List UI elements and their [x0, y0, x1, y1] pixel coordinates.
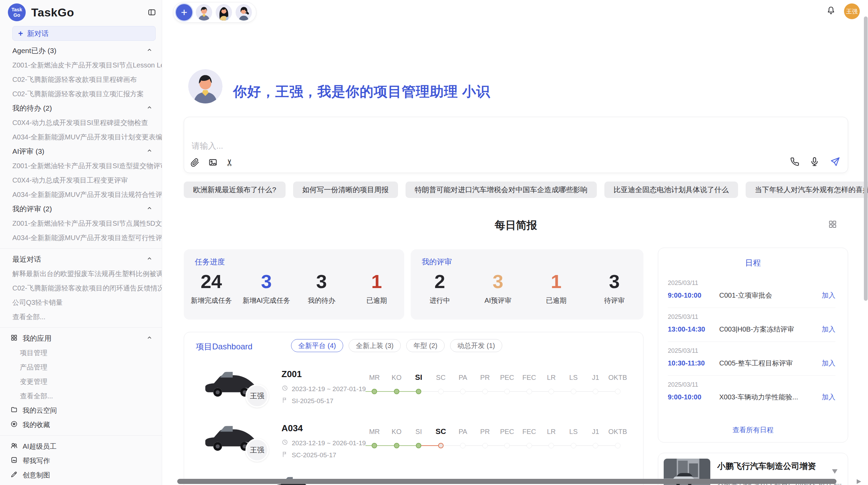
user-avatar[interactable]: 王强: [844, 3, 860, 19]
schedule-item[interactable]: 2025/03/11 10:30-11:30 C005-整车工程目标评审 加入: [668, 342, 835, 376]
project-row-z001[interactable]: 王强 Z001 2023-12-19 ~ 2027-01-19 SI-2025-…: [184, 362, 643, 416]
member-avatar-3[interactable]: [236, 4, 252, 21]
list-item[interactable]: C02-飞腾新能源轻客改款项目里程碑画布: [0, 72, 162, 87]
recent-chat-item[interactable]: C02-飞腾新能源轻客改款项目的闭环通告反馈情况: [0, 281, 162, 295]
milestone-dot-future: [460, 443, 466, 448]
view-all-chats[interactable]: 查看全部...: [0, 310, 162, 324]
list-item[interactable]: Z001-全新燃油轻卡产品开发项目SI节点属性5D文件评审: [0, 216, 162, 231]
list-item[interactable]: A034-全新新能源MUV产品开发项目法规符合性评审: [0, 187, 162, 202]
join-link[interactable]: 加入: [822, 291, 835, 300]
card-title: 任务进度: [195, 257, 225, 267]
chevron-up-icon[interactable]: [146, 47, 153, 55]
screenshot-scissors-icon[interactable]: ✂: [225, 159, 234, 166]
message-input[interactable]: 请输入... ✂: [184, 117, 848, 173]
recent-chat-item[interactable]: 解释最新出台的欧盟报废车法规再生塑料比例被调到15%...: [0, 266, 162, 281]
sidebar-collapse-icon[interactable]: [147, 7, 157, 17]
suggestion-chip[interactable]: 如何写一份清晰的项目周报: [293, 182, 398, 198]
schedule-date: 2025/03/11: [668, 313, 835, 321]
project-owner-badge: 王强: [245, 384, 269, 408]
suggestion-chip[interactable]: 比亚迪全固态电池计划具体说了什么: [604, 182, 738, 198]
recent-chat-item[interactable]: 公司Q3轻卡销量: [0, 295, 162, 310]
clock-icon: [281, 439, 288, 447]
suggestion-chip[interactable]: 欧洲新规最近颁布了什么?: [184, 182, 286, 198]
join-link[interactable]: 加入: [822, 325, 835, 334]
section-ai-review[interactable]: AI评审 (3): [0, 144, 162, 159]
milestone-dot-future: [527, 443, 532, 448]
my-review-card: 我的评审 2 进行中 3 AI预评审 1 已逾期 3 待评审: [411, 249, 643, 320]
schedule-card: 日程 2025/03/11 9:00-10:00 C001-立项审批会 加入 2…: [658, 248, 848, 443]
my-cloud-space[interactable]: 我的云空间: [0, 403, 162, 418]
section-my-apps[interactable]: 我的应用: [0, 331, 162, 346]
suggestion-chip[interactable]: 当下年轻人对汽车外观有怎样的喜好趋势: [746, 182, 868, 198]
logo-text-top: Task: [12, 7, 22, 12]
chevron-up-icon[interactable]: [146, 255, 153, 264]
user-name: 王强: [846, 8, 858, 15]
list-item[interactable]: C02-飞腾新能源轻客改款项目立项汇报方案: [0, 87, 162, 101]
scroll-right-arrow[interactable]: [857, 479, 861, 484]
dashboard-title: 项目Dashboard: [196, 341, 252, 352]
stat-in-progress: 2 进行中: [411, 271, 469, 305]
app-item-project-mgmt[interactable]: 项目管理: [0, 346, 162, 360]
schedule-item[interactable]: 2025/03/11 9:00-10:00 C001-立项审批会 加入: [668, 274, 835, 308]
my-favorites[interactable]: 我的收藏: [0, 418, 162, 432]
section-agent-done[interactable]: Agent已办 (3): [0, 43, 162, 58]
sidebar: Task Go TaskGo + 新对话 Agent已办 (3) Z001-全新…: [0, 0, 162, 485]
project-name: A034: [281, 423, 366, 433]
horizontal-scrollbar[interactable]: [177, 479, 836, 484]
tab-new-platform[interactable]: 全新平台 (4): [291, 339, 343, 352]
milestone-dot-future: [527, 389, 532, 394]
chevron-up-icon[interactable]: [146, 147, 153, 156]
schedule-event-title: C005-整车工程目标评审: [719, 359, 793, 368]
chevron-up-icon[interactable]: [146, 104, 153, 113]
list-item[interactable]: C0X4-动力总成开发项目SI里程碑提交物检查: [0, 115, 162, 130]
member-avatar-2[interactable]: [216, 4, 232, 21]
list-item[interactable]: C0X4-动力总成开发项目工程变更评审: [0, 173, 162, 187]
milestone-dot-done: [394, 389, 399, 394]
member-avatar-1[interactable]: [196, 4, 212, 21]
tab-new-body[interactable]: 全新上装 (3): [349, 339, 401, 352]
new-chat-button[interactable]: + 新对话: [12, 26, 156, 41]
project-row-a034[interactable]: 王强 A034 2023-12-19 ~ 2026-01-19 SC-2025-…: [184, 416, 643, 470]
milestone-timeline: MR KO SI SC PA PR PEC FEC LR LS J1 OKTB: [363, 426, 631, 454]
schedule-item[interactable]: 2025/03/11 9:00-10:00 X003-车辆动力学性能验... 加…: [668, 376, 835, 409]
view-all-apps[interactable]: 查看全部...: [0, 389, 162, 403]
stat-new-done: 24 新增完成任务: [184, 271, 239, 305]
scroll-down-arrow[interactable]: [832, 469, 837, 474]
view-all-schedule-link[interactable]: 查看所有日程: [658, 425, 848, 435]
app-item-product-mgmt[interactable]: 产品管理: [0, 360, 162, 374]
suggestion-chip[interactable]: 特朗普可能对进口汽车增税会对中国车企造成哪些影响: [406, 182, 597, 198]
stat-ai-done: 3 新增AI完成任务: [239, 271, 294, 305]
help-me-write[interactable]: 帮我写作: [0, 453, 162, 468]
tab-powertrain[interactable]: 动总开发 (1): [450, 339, 502, 352]
list-item[interactable]: A034-全新新能源MUV产品开发项目计划变更表编写: [0, 130, 162, 144]
list-item[interactable]: Z001-全新燃油轻卡产品开发项目SI造型提交物评审: [0, 159, 162, 173]
microphone-icon[interactable]: [809, 157, 820, 167]
image-upload-icon[interactable]: [208, 158, 218, 167]
schedule-item[interactable]: 2025/03/11 13:00-14:30 C003|H0B-方案冻结评审 加…: [668, 308, 835, 342]
creative-drawing[interactable]: 创意制图: [0, 468, 162, 482]
new-session-button[interactable]: +: [176, 4, 192, 21]
plus-icon: +: [18, 29, 23, 38]
chevron-up-icon[interactable]: [146, 334, 153, 343]
attachment-icon[interactable]: [190, 158, 200, 167]
vertical-scrollbar[interactable]: [864, 16, 868, 301]
milestone-dot-current: [416, 389, 421, 394]
list-item[interactable]: A034-全新新能源MUV产品开发项目造型可行性评审: [0, 231, 162, 245]
section-my-todo[interactable]: 我的待办 (2): [0, 101, 162, 115]
phone-call-icon[interactable]: [789, 157, 800, 167]
list-item[interactable]: Z001-全新燃油皮卡产品开发项目SI节点Lesson Learn报告: [0, 58, 162, 72]
section-my-review[interactable]: 我的评审 (2): [0, 202, 162, 216]
milestone-dot-future: [571, 443, 576, 448]
send-icon[interactable]: [829, 156, 840, 167]
join-link[interactable]: 加入: [822, 359, 835, 368]
folder-icon: [10, 406, 18, 415]
section-recent-chats[interactable]: 最近对话: [0, 252, 162, 266]
layout-grid-icon[interactable]: [828, 220, 837, 230]
join-link[interactable]: 加入: [822, 393, 835, 402]
notification-bell-icon[interactable]: [826, 6, 836, 17]
chevron-up-icon[interactable]: [146, 205, 153, 213]
ai-super-staff[interactable]: AI超级员工: [0, 439, 162, 453]
suggestion-chips: 欧洲新规最近颁布了什么? 如何写一份清晰的项目周报 特朗普可能对进口汽车增税会对…: [184, 182, 848, 198]
app-item-change-mgmt[interactable]: 变更管理: [0, 374, 162, 389]
tab-model-year[interactable]: 年型 (2): [406, 339, 445, 352]
